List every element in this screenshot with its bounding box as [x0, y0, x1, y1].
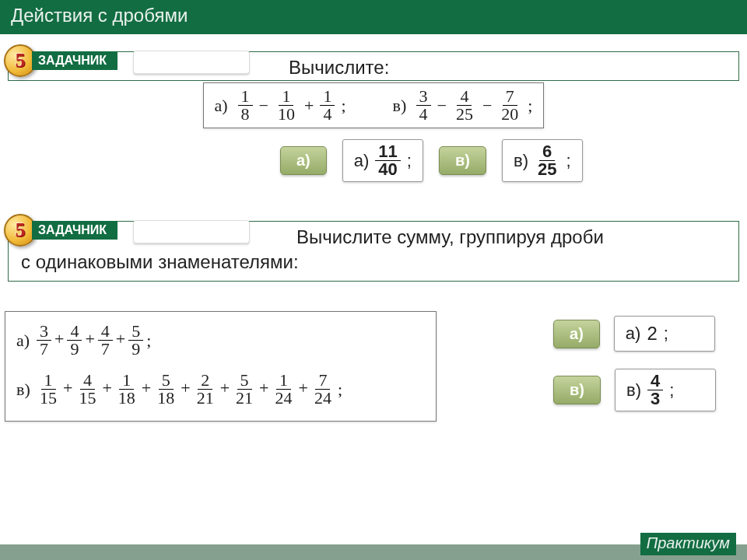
task2-problem-v: в) 115+415+118+518+221+521+124+724 ;: [16, 372, 425, 407]
task1-answer-v: в) 625 ;: [502, 139, 583, 182]
workbook-label: ЗАДАЧНИК: [32, 51, 117, 71]
task2-problems-box: а) 37+49+47+59 ; в) 115+415+118+518+221+…: [5, 311, 437, 422]
task1-answer-a: а) 1140 ;: [342, 139, 423, 182]
bottom-band: [0, 544, 747, 560]
grade-number: 5: [16, 49, 26, 72]
task1-problems-box: а) 18 − 110 + 14 ; в) 34 − 425 − 720 ;: [203, 82, 545, 128]
task-1: 5 ЗАДАЧНИК Вычислите:: [8, 51, 739, 81]
task2-prompt-line2: с одинаковыми знаменателями:: [21, 251, 731, 273]
task1-chip-a[interactable]: а): [280, 146, 327, 175]
task1-prompt: Вычислите:: [289, 57, 731, 79]
task2-chip-a[interactable]: а): [553, 320, 600, 348]
task-badge: 5 ЗАДАЧНИК: [4, 44, 117, 77]
task2-chip-v[interactable]: в): [553, 376, 601, 404]
task1-chip-v[interactable]: в): [439, 146, 486, 175]
task2-answers-column: а) а) 2 ; в) в) 43 ;: [553, 311, 716, 411]
page-header: Действия с дробями: [0, 0, 747, 34]
task1-problem-v: в) 34 − 425 − 720 ;: [393, 88, 533, 123]
task1-answers-row: а) а) 1140 ; в) в) 625 ;: [280, 139, 739, 182]
task-2: 5 ЗАДАЧНИК Вычислите сумму, группируя др…: [8, 221, 739, 282]
problem-number-field[interactable]: [133, 51, 250, 74]
task2-answer-a: а) 2 ;: [614, 316, 715, 352]
task2-prompt-line1: Вычислите сумму, группируя дроби: [296, 226, 731, 248]
footer-label: Практикум: [640, 533, 736, 555]
task2-a-terms: 37+49+47+59: [37, 323, 143, 358]
grade-number: 5: [16, 219, 26, 242]
problem-number-field[interactable]: [133, 220, 250, 243]
workbook-label: ЗАДАЧНИК: [32, 221, 117, 240]
task2-answer-v: в) 43 ;: [615, 369, 716, 411]
task2-v-terms: 115+415+118+518+221+521+124+724: [37, 372, 335, 407]
task1-problem-a: а) 18 − 110 + 14 ;: [215, 88, 346, 123]
task-badge: 5 ЗАДАЧНИК: [4, 214, 117, 247]
page-title: Действия с дробями: [11, 5, 188, 26]
task2-problem-a: а) 37+49+47+59 ;: [16, 323, 425, 358]
